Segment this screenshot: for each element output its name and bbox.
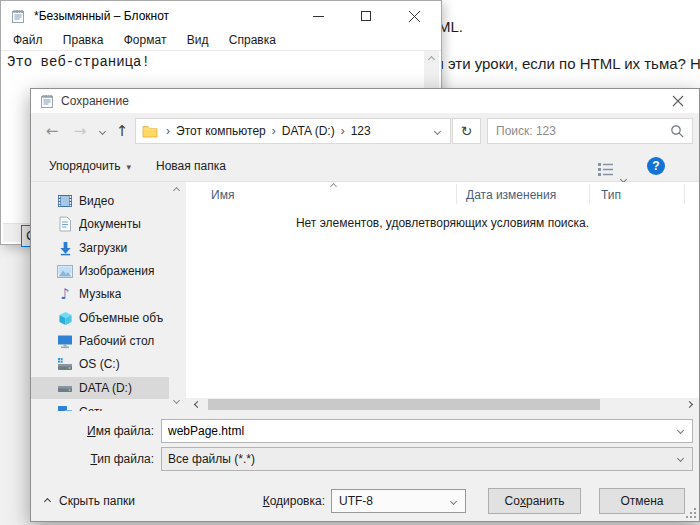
- chevron-down-icon[interactable]: [677, 455, 684, 462]
- folder-icon: [142, 124, 158, 138]
- breadcrumb-separator: ›: [272, 124, 276, 138]
- resize-grip[interactable]: [686, 508, 696, 518]
- hide-folders-button[interactable]: Скрыть папки: [45, 481, 135, 521]
- picture-icon: [57, 263, 73, 279]
- sidebar-item-pictures[interactable]: Изображения: [31, 260, 169, 282]
- sidebar-item-drive-d[interactable]: DATA (D:): [31, 377, 169, 399]
- navigation-bar: ← → ↑ › Этот компьютер › DATA (D:) › 123: [31, 115, 699, 147]
- dialog-footer: Скрыть папки Кодировка: UTF-8 Сохранить …: [31, 481, 699, 521]
- menu-view[interactable]: Вид: [182, 31, 214, 49]
- dialog-close-button[interactable]: [657, 89, 699, 113]
- address-bar[interactable]: › Этот компьютер › DATA (D:) › 123: [135, 118, 451, 144]
- new-folder-button[interactable]: Новая папка: [156, 151, 226, 181]
- address-dropdown-icon[interactable]: [434, 128, 441, 135]
- history-dropdown[interactable]: [95, 115, 109, 147]
- scroll-up-icon[interactable]: [173, 187, 180, 194]
- system-drive-icon: [57, 356, 73, 372]
- menu-file[interactable]: Файл: [8, 31, 48, 49]
- column-header-type[interactable]: Тип: [601, 184, 621, 206]
- sidebar-item-desktop[interactable]: Рабочий стол: [31, 330, 169, 352]
- sidebar-item-drive-c[interactable]: OS (C:): [31, 353, 169, 375]
- navigation-sidebar: Видео Документы: [31, 182, 184, 411]
- column-divider[interactable]: [589, 184, 590, 204]
- breadcrumb-drive-d[interactable]: DATA (D:): [282, 124, 335, 138]
- organize-button[interactable]: Упорядочить▾: [49, 151, 131, 181]
- breadcrumb-folder-123[interactable]: 123: [351, 124, 371, 138]
- menu-format[interactable]: Формат: [119, 31, 172, 49]
- column-header-name[interactable]: Имя: [211, 184, 234, 206]
- notepad-titlebar[interactable]: *Безымянный – Блокнот: [1, 1, 441, 31]
- encoding-label: Кодировка:: [211, 489, 325, 513]
- list-horizontal-scrollbar[interactable]: [186, 398, 699, 411]
- filename-combobox[interactable]: [161, 419, 693, 443]
- filename-label: Имя файла:: [31, 419, 154, 443]
- search-box: [487, 118, 693, 144]
- sidebar-item-3d-objects[interactable]: Объемные объ: [31, 307, 169, 329]
- chevron-down-icon: [98, 127, 105, 134]
- save-dialog: Сохранение ← → ↑ › Этот компьютер ›: [30, 88, 700, 522]
- scroll-down-icon[interactable]: [173, 397, 180, 404]
- view-details-icon[interactable]: [597, 158, 614, 174]
- sidebar-item-videos[interactable]: Видео: [31, 190, 169, 212]
- background-webpage: ML. ы эти уроки, если по HTML их тьма? Н: [420, 0, 700, 88]
- breadcrumb-this-pc[interactable]: Этот компьютер: [176, 124, 266, 138]
- menu-help[interactable]: Справка: [224, 31, 281, 49]
- notepad-menubar: Файл Правка Формат Вид Справка: [1, 31, 441, 51]
- file-list-area: Имя Дата изменения Тип Нет элементов, уд…: [186, 182, 699, 411]
- scrollbar-thumb[interactable]: [208, 399, 600, 410]
- filetype-combobox[interactable]: Все файлы (*.*): [161, 447, 693, 471]
- encoding-combobox[interactable]: UTF-8: [331, 489, 466, 513]
- notepad-minimize-button[interactable]: [295, 1, 342, 31]
- breadcrumb-separator: ›: [166, 124, 170, 138]
- dialog-toolbar: Упорядочить▾ Новая папка ?: [31, 151, 699, 182]
- dialog-titlebar[interactable]: Сохранение: [31, 89, 699, 113]
- menu-edit[interactable]: Правка: [58, 31, 109, 49]
- music-note-icon: ♪: [57, 286, 73, 302]
- document-icon: [57, 216, 73, 232]
- notepad-close-button[interactable]: [389, 1, 439, 31]
- sort-ascending-icon[interactable]: [330, 183, 337, 190]
- dialog-main-area: Видео Документы: [31, 182, 699, 411]
- search-icon[interactable]: [670, 124, 685, 142]
- notepad-icon: [10, 8, 26, 27]
- sidebar-item-network[interactable]: Сеть: [31, 401, 169, 411]
- desktop-icon: [57, 333, 73, 349]
- cancel-button[interactable]: Отмена: [599, 488, 685, 514]
- download-arrow-icon: [57, 240, 73, 256]
- filename-input[interactable]: [168, 421, 640, 441]
- data-drive-icon: [57, 380, 73, 396]
- chevron-down-icon: [450, 498, 457, 505]
- forward-button[interactable]: →: [69, 115, 91, 147]
- cube-icon: [57, 310, 73, 326]
- search-input[interactable]: [488, 119, 682, 143]
- scroll-left-icon[interactable]: [194, 401, 201, 408]
- column-header-date[interactable]: Дата изменения: [466, 184, 556, 206]
- scroll-up-icon[interactable]: [428, 56, 435, 63]
- empty-folder-message: Нет элементов, удовлетворяющих условиям …: [186, 216, 699, 230]
- column-divider[interactable]: [684, 184, 685, 204]
- notepad-icon: [39, 93, 55, 112]
- up-button[interactable]: ↑: [111, 115, 133, 147]
- screen: ML. ы эти уроки, если по HTML их тьма? Н…: [0, 0, 700, 525]
- network-icon: [57, 404, 73, 411]
- breadcrumb-separator: ›: [341, 124, 345, 138]
- dialog-title: Сохранение: [61, 89, 129, 113]
- help-icon[interactable]: ?: [647, 157, 665, 175]
- back-button[interactable]: ←: [41, 115, 63, 147]
- notepad-title: *Безымянный – Блокнот: [34, 1, 169, 31]
- video-icon: [57, 193, 73, 209]
- sidebar-scrollbar[interactable]: [169, 182, 184, 411]
- column-divider[interactable]: [456, 184, 457, 204]
- file-name-panel: Имя файла: Тип файла: Все файлы (*.*): [31, 411, 699, 481]
- sidebar-item-music[interactable]: ♪ Музыка: [31, 283, 169, 305]
- sidebar-item-documents[interactable]: Документы: [31, 213, 169, 235]
- refresh-button[interactable]: ↻: [452, 118, 481, 144]
- scroll-right-icon[interactable]: [686, 401, 693, 408]
- notepad-maximize-button[interactable]: [342, 1, 389, 31]
- chevron-up-icon: [44, 497, 51, 504]
- filetype-label: Тип файла:: [31, 447, 154, 471]
- save-button[interactable]: Сохранить: [488, 488, 581, 514]
- sidebar-item-downloads[interactable]: Загрузки: [31, 237, 169, 259]
- chevron-down-icon: ▾: [126, 162, 131, 172]
- chevron-down-icon[interactable]: [677, 427, 684, 434]
